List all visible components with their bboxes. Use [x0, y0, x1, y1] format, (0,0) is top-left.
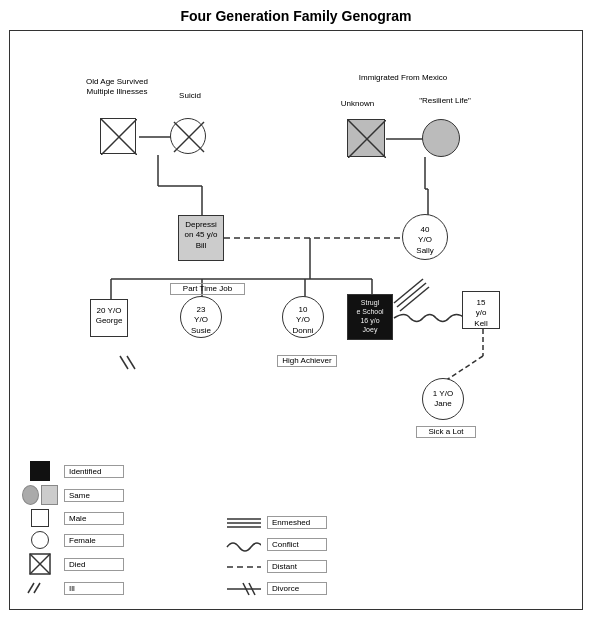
- high-achiever-label: High Achiever: [277, 355, 337, 367]
- gp1-shape: [100, 118, 136, 154]
- app: Four Generation Family Genogram: [0, 0, 592, 620]
- sick-a-lot-label: Sick a Lot: [416, 426, 476, 438]
- legend-male-symbol: [22, 509, 58, 527]
- gm1-label: Suicid: [165, 91, 215, 101]
- legend-male: Male: [22, 509, 202, 527]
- filled-square-icon: [30, 461, 50, 481]
- legend-ill-symbol: [22, 579, 58, 597]
- svg-line-15: [394, 279, 423, 303]
- legend-distant-label: Distant: [267, 560, 327, 573]
- legend-died: Died: [22, 553, 202, 575]
- svg-line-19: [445, 356, 483, 381]
- immigrated-label: Immigrated From Mexico: [358, 73, 448, 83]
- mom-shape: 40Y/OSally: [402, 214, 448, 260]
- legend-same-label: Same: [64, 489, 124, 502]
- legend-identified: Identified: [22, 461, 202, 481]
- legend-enmeshed-symbol: [225, 513, 261, 531]
- gm2-label: "Resilient Life": [415, 96, 475, 106]
- legend-divorce-symbol: [225, 579, 261, 597]
- legend-enmeshed: Enmeshed: [225, 513, 425, 531]
- legend-distant-symbol: [225, 557, 261, 575]
- page-title: Four Generation Family Genogram: [180, 8, 411, 24]
- legend-ill-label: Ill: [64, 582, 124, 595]
- gm2-shape: [422, 119, 460, 157]
- svg-line-16: [397, 283, 426, 307]
- open-circle-icon: [31, 531, 49, 549]
- genogram-canvas: Old Age Survived Multiple Illnesses Suic…: [9, 30, 583, 610]
- gray-square-icon: [41, 485, 58, 505]
- legend-ill: Ill: [22, 579, 202, 597]
- svg-line-32: [34, 583, 40, 593]
- dad-shape: Depression 45 y/oBill: [178, 215, 224, 261]
- legend-right: Enmeshed Conflict Distant: [225, 513, 425, 601]
- gm1-shape: [170, 118, 206, 154]
- legend-same: Same: [22, 485, 202, 505]
- legend-identified-label: Identified: [64, 465, 124, 478]
- legend-died-symbol: [22, 553, 58, 575]
- legend-female-symbol: [22, 531, 58, 549]
- kell-shape: 15y/oKell: [462, 291, 500, 329]
- legend-filled-square-symbol: [22, 461, 58, 481]
- gray-circle-icon: [22, 485, 39, 505]
- open-square-icon: [31, 509, 49, 527]
- legend-same-symbol: [22, 485, 58, 505]
- part-time-job-label: Part Time Job: [170, 283, 245, 295]
- svg-line-17: [400, 287, 429, 311]
- gp2-shape: [347, 119, 385, 157]
- legend-female-label: Female: [64, 534, 124, 547]
- joey-shape: Strugle School16 y/oJoey: [347, 294, 393, 340]
- legend-distant: Distant: [225, 557, 425, 575]
- legend-divorce-label: Divorce: [267, 582, 327, 595]
- legend-left: Identified Same Male: [22, 461, 202, 601]
- legend-divorce: Divorce: [225, 579, 425, 597]
- svg-line-31: [28, 583, 34, 593]
- legend-died-label: Died: [64, 558, 124, 571]
- gp2-label: Unknown: [330, 99, 385, 109]
- george-shape: 20 Y/OGeorge: [90, 299, 128, 337]
- legend-male-label: Male: [64, 512, 124, 525]
- gp1-label: Old Age Survived Multiple Illnesses: [82, 77, 152, 96]
- svg-line-21: [127, 356, 135, 369]
- legend-female: Female: [22, 531, 202, 549]
- legend-conflict-label: Conflict: [267, 538, 327, 551]
- jane-shape: 1 Y/OJane: [422, 378, 464, 420]
- susie-shape: 23Y/OSusie: [180, 296, 222, 338]
- legend-conflict: Conflict: [225, 535, 425, 553]
- donni-shape: 10Y/ODonni: [282, 296, 324, 338]
- svg-line-20: [120, 356, 128, 369]
- legend-conflict-symbol: [225, 535, 261, 553]
- legend-enmeshed-label: Enmeshed: [267, 516, 327, 529]
